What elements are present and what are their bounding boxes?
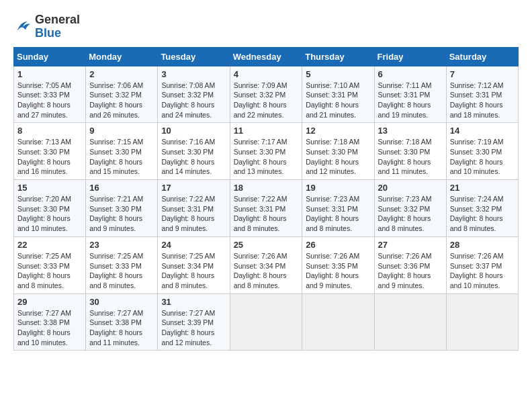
calendar-cell: 16 Sunrise: 7:21 AM Sunset: 3:30 PM Dayl… bbox=[86, 180, 158, 237]
day-number: 12 bbox=[306, 126, 370, 136]
calendar-cell: 25 Sunrise: 7:26 AM Sunset: 3:34 PM Dayl… bbox=[230, 236, 302, 293]
calendar-cell: 28 Sunrise: 7:26 AM Sunset: 3:37 PM Dayl… bbox=[446, 236, 518, 293]
calendar-week-row: 29 Sunrise: 7:27 AM Sunset: 3:38 PM Dayl… bbox=[14, 293, 519, 351]
day-info: Sunrise: 7:26 AM Sunset: 3:35 PM Dayligh… bbox=[306, 251, 370, 291]
weekday-header-thursday: Thursday bbox=[302, 47, 374, 66]
day-number: 13 bbox=[378, 126, 443, 136]
day-info: Sunrise: 7:18 AM Sunset: 3:30 PM Dayligh… bbox=[306, 137, 370, 177]
day-info: Sunrise: 7:20 AM Sunset: 3:30 PM Dayligh… bbox=[17, 194, 82, 234]
day-info: Sunrise: 7:23 AM Sunset: 3:31 PM Dayligh… bbox=[306, 194, 370, 234]
logo-icon bbox=[13, 17, 32, 36]
day-info: Sunrise: 7:24 AM Sunset: 3:32 PM Dayligh… bbox=[450, 194, 515, 234]
day-number: 5 bbox=[306, 69, 370, 79]
calendar-cell bbox=[230, 293, 302, 351]
day-number: 14 bbox=[450, 126, 515, 136]
day-info: Sunrise: 7:11 AM Sunset: 3:31 PM Dayligh… bbox=[378, 81, 443, 120]
day-info: Sunrise: 7:18 AM Sunset: 3:30 PM Dayligh… bbox=[378, 137, 443, 177]
calendar-week-row: 8 Sunrise: 7:13 AM Sunset: 3:30 PM Dayli… bbox=[14, 123, 519, 180]
calendar-cell: 2 Sunrise: 7:06 AM Sunset: 3:32 PM Dayli… bbox=[86, 66, 158, 123]
day-info: Sunrise: 7:06 AM Sunset: 3:32 PM Dayligh… bbox=[89, 81, 154, 120]
day-number: 11 bbox=[234, 126, 299, 136]
day-number: 23 bbox=[89, 240, 154, 250]
calendar-cell: 31 Sunrise: 7:27 AM Sunset: 3:39 PM Dayl… bbox=[158, 293, 230, 351]
calendar-week-row: 22 Sunrise: 7:25 AM Sunset: 3:33 PM Dayl… bbox=[14, 236, 519, 293]
day-number: 18 bbox=[234, 183, 299, 193]
calendar-cell bbox=[374, 293, 446, 351]
day-number: 10 bbox=[161, 126, 226, 136]
weekday-header-row: SundayMondayTuesdayWednesdayThursdayFrid… bbox=[14, 47, 519, 66]
calendar-cell: 9 Sunrise: 7:15 AM Sunset: 3:30 PM Dayli… bbox=[86, 123, 158, 180]
calendar-cell: 27 Sunrise: 7:26 AM Sunset: 3:36 PM Dayl… bbox=[374, 236, 446, 293]
day-info: Sunrise: 7:22 AM Sunset: 3:31 PM Dayligh… bbox=[161, 194, 226, 234]
weekday-header-monday: Monday bbox=[86, 47, 158, 66]
calendar-cell: 10 Sunrise: 7:16 AM Sunset: 3:30 PM Dayl… bbox=[158, 123, 230, 180]
calendar-cell: 11 Sunrise: 7:17 AM Sunset: 3:30 PM Dayl… bbox=[230, 123, 302, 180]
calendar-cell: 6 Sunrise: 7:11 AM Sunset: 3:31 PM Dayli… bbox=[374, 66, 446, 123]
calendar-week-row: 1 Sunrise: 7:05 AM Sunset: 3:33 PM Dayli… bbox=[14, 66, 519, 123]
day-number: 21 bbox=[450, 183, 515, 193]
day-number: 26 bbox=[306, 240, 370, 250]
calendar-cell: 29 Sunrise: 7:27 AM Sunset: 3:38 PM Dayl… bbox=[14, 293, 86, 351]
day-info: Sunrise: 7:21 AM Sunset: 3:30 PM Dayligh… bbox=[89, 194, 154, 234]
calendar-table: SundayMondayTuesdayWednesdayThursdayFrid… bbox=[13, 47, 519, 351]
calendar-cell: 1 Sunrise: 7:05 AM Sunset: 3:33 PM Dayli… bbox=[14, 66, 86, 123]
calendar-cell: 21 Sunrise: 7:24 AM Sunset: 3:32 PM Dayl… bbox=[446, 180, 518, 237]
day-info: Sunrise: 7:19 AM Sunset: 3:30 PM Dayligh… bbox=[450, 137, 515, 177]
day-number: 2 bbox=[89, 69, 154, 79]
calendar-cell: 4 Sunrise: 7:09 AM Sunset: 3:32 PM Dayli… bbox=[230, 66, 302, 123]
day-number: 27 bbox=[378, 240, 443, 250]
day-number: 3 bbox=[161, 69, 226, 79]
page-header: General Blue bbox=[13, 13, 519, 40]
calendar-cell: 30 Sunrise: 7:27 AM Sunset: 3:38 PM Dayl… bbox=[86, 293, 158, 351]
day-info: Sunrise: 7:16 AM Sunset: 3:30 PM Dayligh… bbox=[161, 137, 226, 177]
day-info: Sunrise: 7:26 AM Sunset: 3:34 PM Dayligh… bbox=[234, 251, 299, 291]
day-info: Sunrise: 7:05 AM Sunset: 3:33 PM Dayligh… bbox=[17, 81, 82, 120]
calendar-cell: 12 Sunrise: 7:18 AM Sunset: 3:30 PM Dayl… bbox=[302, 123, 374, 180]
logo-text: General Blue bbox=[35, 13, 80, 40]
calendar-cell bbox=[302, 293, 374, 351]
day-number: 7 bbox=[450, 69, 515, 79]
day-info: Sunrise: 7:12 AM Sunset: 3:31 PM Dayligh… bbox=[450, 81, 515, 120]
day-info: Sunrise: 7:27 AM Sunset: 3:38 PM Dayligh… bbox=[89, 308, 154, 348]
day-info: Sunrise: 7:10 AM Sunset: 3:31 PM Dayligh… bbox=[306, 81, 370, 120]
day-info: Sunrise: 7:23 AM Sunset: 3:32 PM Dayligh… bbox=[378, 194, 443, 234]
calendar-cell: 7 Sunrise: 7:12 AM Sunset: 3:31 PM Dayli… bbox=[446, 66, 518, 123]
calendar-cell: 24 Sunrise: 7:25 AM Sunset: 3:34 PM Dayl… bbox=[158, 236, 230, 293]
calendar-cell: 8 Sunrise: 7:13 AM Sunset: 3:30 PM Dayli… bbox=[14, 123, 86, 180]
day-number: 19 bbox=[306, 183, 370, 193]
day-info: Sunrise: 7:26 AM Sunset: 3:36 PM Dayligh… bbox=[378, 251, 443, 291]
day-number: 29 bbox=[17, 297, 82, 307]
calendar-cell: 13 Sunrise: 7:18 AM Sunset: 3:30 PM Dayl… bbox=[374, 123, 446, 180]
calendar-cell: 18 Sunrise: 7:22 AM Sunset: 3:31 PM Dayl… bbox=[230, 180, 302, 237]
calendar-cell: 15 Sunrise: 7:20 AM Sunset: 3:30 PM Dayl… bbox=[14, 180, 86, 237]
day-info: Sunrise: 7:27 AM Sunset: 3:39 PM Dayligh… bbox=[161, 308, 226, 348]
calendar-cell: 22 Sunrise: 7:25 AM Sunset: 3:33 PM Dayl… bbox=[14, 236, 86, 293]
day-info: Sunrise: 7:26 AM Sunset: 3:37 PM Dayligh… bbox=[450, 251, 515, 291]
logo: General Blue bbox=[13, 13, 80, 40]
day-number: 8 bbox=[17, 126, 82, 136]
day-info: Sunrise: 7:15 AM Sunset: 3:30 PM Dayligh… bbox=[89, 137, 154, 177]
calendar-cell: 5 Sunrise: 7:10 AM Sunset: 3:31 PM Dayli… bbox=[302, 66, 374, 123]
day-number: 22 bbox=[17, 240, 82, 250]
day-number: 9 bbox=[89, 126, 154, 136]
day-number: 20 bbox=[378, 183, 443, 193]
calendar-cell: 23 Sunrise: 7:25 AM Sunset: 3:33 PM Dayl… bbox=[86, 236, 158, 293]
day-number: 25 bbox=[234, 240, 299, 250]
day-info: Sunrise: 7:08 AM Sunset: 3:32 PM Dayligh… bbox=[161, 81, 226, 120]
calendar-week-row: 15 Sunrise: 7:20 AM Sunset: 3:30 PM Dayl… bbox=[14, 180, 519, 237]
day-number: 15 bbox=[17, 183, 82, 193]
day-info: Sunrise: 7:13 AM Sunset: 3:30 PM Dayligh… bbox=[17, 137, 82, 177]
day-number: 28 bbox=[450, 240, 515, 250]
day-number: 4 bbox=[234, 69, 299, 79]
day-number: 30 bbox=[89, 297, 154, 307]
day-number: 24 bbox=[161, 240, 226, 250]
calendar-cell bbox=[446, 293, 518, 351]
weekday-header-saturday: Saturday bbox=[446, 47, 518, 66]
day-info: Sunrise: 7:17 AM Sunset: 3:30 PM Dayligh… bbox=[234, 137, 299, 177]
day-number: 1 bbox=[17, 69, 82, 79]
day-info: Sunrise: 7:27 AM Sunset: 3:38 PM Dayligh… bbox=[17, 308, 82, 348]
calendar-cell: 19 Sunrise: 7:23 AM Sunset: 3:31 PM Dayl… bbox=[302, 180, 374, 237]
weekday-header-tuesday: Tuesday bbox=[158, 47, 230, 66]
calendar-cell: 14 Sunrise: 7:19 AM Sunset: 3:30 PM Dayl… bbox=[446, 123, 518, 180]
day-info: Sunrise: 7:22 AM Sunset: 3:31 PM Dayligh… bbox=[234, 194, 299, 234]
